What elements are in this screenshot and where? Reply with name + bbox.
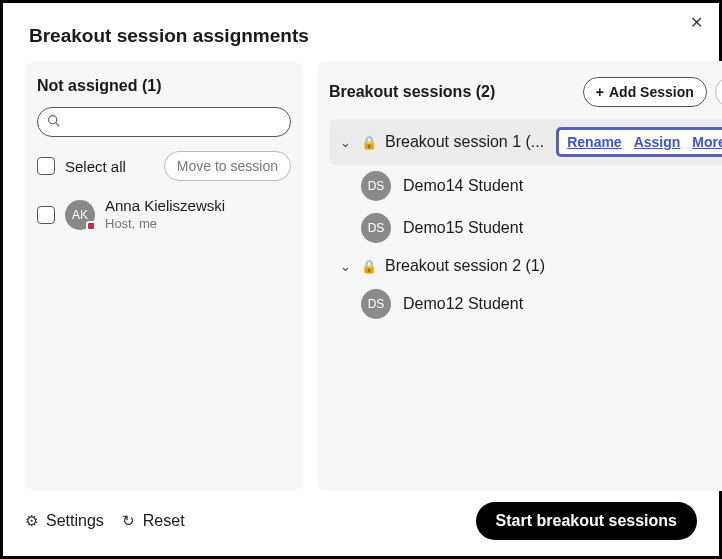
avatar: AK xyxy=(65,200,95,230)
select-all-label[interactable]: Select all xyxy=(65,158,154,175)
start-breakout-button[interactable]: Start breakout sessions xyxy=(476,502,697,540)
person-meta: Anna Kieliszewski Host, me xyxy=(105,197,225,232)
session-row[interactable]: ⌄ 🔒 Breakout session 2 (1) xyxy=(329,249,722,283)
presence-dnd-icon xyxy=(86,221,96,231)
session-name: Breakout session 2 (1) xyxy=(385,257,722,275)
more-link[interactable]: More xyxy=(692,134,722,150)
session-actions-callout: Rename Assign More xyxy=(556,127,722,157)
person-name: Anna Kieliszewski xyxy=(105,197,225,216)
lock-icon: 🔒 xyxy=(361,259,377,274)
not-assigned-header: Not assigned (1) xyxy=(37,77,161,95)
assign-link[interactable]: Assign xyxy=(634,134,681,150)
list-item[interactable]: DS Demo12 Student xyxy=(329,283,722,325)
person-subtitle: Host, me xyxy=(105,216,225,232)
person-checkbox[interactable] xyxy=(37,206,55,224)
avatar: DS xyxy=(361,213,391,243)
breakout-sessions-header: Breakout sessions (2) xyxy=(329,83,495,101)
list-item[interactable]: AK Anna Kieliszewski Host, me xyxy=(37,193,291,236)
breakout-sessions-panel: Breakout sessions (2) + Add Session ⋯ ⌄ xyxy=(317,61,722,491)
svg-line-1 xyxy=(56,123,59,126)
move-to-session-button[interactable]: Move to session xyxy=(164,151,291,181)
dialog-footer: ⚙ Settings ↻ Reset Start breakout sessio… xyxy=(25,502,697,540)
select-all-checkbox[interactable] xyxy=(37,157,55,175)
settings-label: Settings xyxy=(46,512,104,530)
lock-icon: 🔒 xyxy=(361,135,377,150)
reset-label: Reset xyxy=(143,512,185,530)
dialog-title: Breakout session assignments xyxy=(29,25,697,47)
columns: Not assigned (1) Select all Move to sess… xyxy=(25,61,697,491)
add-session-button[interactable]: + Add Session xyxy=(583,77,707,107)
session-name: Breakout session 1 (... xyxy=(385,133,544,151)
reset-icon: ↻ xyxy=(122,512,135,530)
member-name: Demo14 Student xyxy=(403,177,523,195)
avatar: DS xyxy=(361,171,391,201)
svg-point-0 xyxy=(49,116,57,124)
chevron-down-icon[interactable]: ⌄ xyxy=(337,259,353,274)
reset-link[interactable]: ↻ Reset xyxy=(122,512,185,530)
more-options-button[interactable]: ⋯ xyxy=(715,77,722,107)
list-item[interactable]: DS Demo15 Student xyxy=(329,207,722,249)
avatar-initials: AK xyxy=(72,208,88,222)
search-input[interactable] xyxy=(37,107,291,137)
plus-icon: + xyxy=(596,84,604,100)
settings-link[interactable]: ⚙ Settings xyxy=(25,512,104,530)
list-item[interactable]: DS Demo14 Student xyxy=(329,165,722,207)
member-name: Demo15 Student xyxy=(403,219,523,237)
breakout-assignments-dialog: ✕ Breakout session assignments Not assig… xyxy=(0,0,722,559)
close-icon[interactable]: ✕ xyxy=(690,15,703,31)
session-row[interactable]: ⌄ 🔒 Breakout session 1 (... Rename Assig… xyxy=(329,119,722,165)
chevron-down-icon[interactable]: ⌄ xyxy=(337,135,353,150)
member-name: Demo12 Student xyxy=(403,295,523,313)
not-assigned-panel: Not assigned (1) Select all Move to sess… xyxy=(25,61,303,491)
rename-link[interactable]: Rename xyxy=(567,134,621,150)
search-wrap xyxy=(37,107,291,137)
gear-icon: ⚙ xyxy=(25,512,38,530)
avatar: DS xyxy=(361,289,391,319)
add-session-label: Add Session xyxy=(609,84,694,100)
search-icon xyxy=(47,114,60,130)
